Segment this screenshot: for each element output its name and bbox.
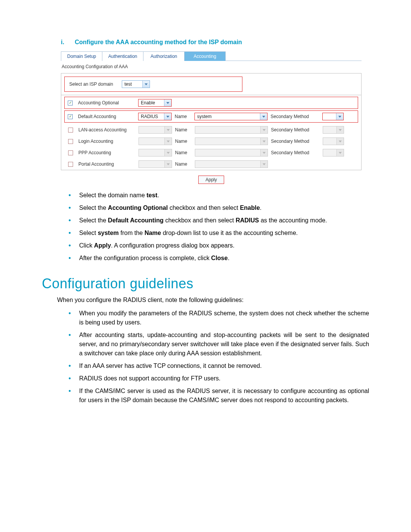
step-text: Configure the AAA accounting method for …	[75, 39, 242, 45]
list-item: After accounting starts, update-accounti…	[68, 331, 369, 358]
chevron-down-icon	[164, 113, 171, 120]
step-heading: i. Configure the AAA accounting method f…	[61, 39, 369, 46]
svg-marker-12	[263, 152, 266, 154]
aaa-panel: Select an ISP domain test ✓Accounting Op…	[61, 73, 362, 170]
svg-marker-15	[263, 163, 266, 165]
isp-domain-select[interactable]: test	[122, 80, 150, 88]
name-select	[195, 160, 268, 168]
row-label: Login Accounting	[78, 139, 135, 144]
svg-marker-3	[262, 116, 265, 118]
secondary-method-select	[323, 149, 344, 157]
chevron-down-icon	[336, 138, 344, 145]
method-select[interactable]: RADIUS	[138, 113, 172, 120]
accounting-row: ✓Default AccountingRADIUSNamesystemSecon…	[64, 110, 358, 123]
row-label: Portal Accounting	[78, 161, 135, 167]
secondary-method-label: Secondary Method	[271, 150, 320, 155]
secondary-method-select	[323, 137, 344, 145]
list-item: Select the domain name test.	[68, 191, 369, 200]
name-select	[195, 126, 268, 134]
svg-marker-5	[167, 129, 170, 131]
method-select	[139, 126, 172, 134]
isp-domain-value: test	[122, 81, 142, 87]
secondary-method-select	[323, 126, 344, 134]
row-checkbox[interactable]: ✓	[68, 114, 73, 119]
row-checkbox[interactable]	[68, 139, 73, 144]
row-checkbox[interactable]	[68, 128, 73, 133]
chevron-down-icon	[260, 113, 267, 120]
row-label: LAN-access Accounting	[78, 127, 135, 133]
method-select[interactable]: Enable	[138, 99, 172, 107]
svg-marker-11	[167, 152, 170, 154]
secondary-method-select[interactable]	[322, 113, 344, 120]
chevron-down-icon	[164, 149, 172, 156]
list-item: If an AAA server has active TCP connecti…	[68, 361, 369, 371]
isp-domain-label: Select an ISP domain	[69, 81, 119, 87]
name-value: system	[195, 114, 260, 119]
chevron-down-icon	[260, 149, 268, 156]
chevron-down-icon	[164, 138, 172, 145]
name-select	[195, 149, 268, 157]
svg-marker-4	[338, 116, 341, 118]
list-item: If the CAMS/iMC server is used as the RA…	[68, 387, 369, 405]
chevron-down-icon	[164, 161, 172, 168]
apply-button[interactable]: Apply	[198, 176, 224, 184]
secondary-method-label: Secondary Method	[271, 127, 320, 133]
row-checkbox[interactable]: ✓	[68, 101, 73, 105]
chevron-down-icon	[336, 149, 344, 156]
name-label: Name	[175, 161, 192, 167]
list-item: When you modify the parameters of the RA…	[68, 309, 369, 327]
row-label: Default Accounting	[78, 114, 135, 119]
list-item: Select the Default Accounting checkbox a…	[68, 216, 369, 225]
chevron-down-icon	[336, 126, 344, 133]
method-select	[139, 149, 172, 157]
chevron-down-icon	[142, 81, 150, 88]
accounting-row: ✓Accounting OptionalEnable	[64, 97, 358, 109]
svg-marker-2	[166, 116, 169, 118]
list-item: Click Apply. A configuration progress di…	[68, 241, 369, 250]
list-item: Select the Accounting Optional checkbox …	[68, 203, 369, 212]
svg-marker-7	[339, 129, 342, 131]
tab-accounting[interactable]: Accounting	[184, 51, 226, 61]
tab-domain-setup[interactable]: Domain Setup	[61, 51, 102, 61]
method-value: RADIUS	[139, 114, 164, 119]
name-label: Name	[175, 150, 192, 155]
method-select	[139, 137, 172, 145]
method-select	[139, 160, 172, 168]
chevron-down-icon	[260, 126, 268, 133]
chevron-down-icon	[164, 126, 172, 133]
secondary-method-label: Secondary Method	[271, 114, 319, 119]
tab-authorization[interactable]: Authorization	[143, 51, 185, 61]
chevron-down-icon	[260, 161, 268, 168]
method-value: Enable	[139, 100, 164, 105]
row-label: Accounting Optional	[78, 100, 135, 105]
section-intro: When you configure the RADIUS client, no…	[57, 296, 369, 304]
section-title: Configuration guidelines	[42, 276, 369, 292]
name-label: Name	[175, 114, 191, 119]
chevron-down-icon	[260, 138, 268, 145]
secondary-method-label: Secondary Method	[271, 139, 320, 144]
svg-marker-0	[145, 83, 148, 85]
tab-strip: Domain SetupAuthenticationAuthorizationA…	[61, 51, 362, 61]
list-item: Select system from the Name drop-down li…	[68, 228, 369, 238]
accounting-row: PPP AccountingNameSecondary Method	[61, 147, 361, 158]
svg-marker-10	[339, 141, 342, 142]
list-item: RADIUS does not support accounting for F…	[68, 374, 369, 383]
svg-marker-8	[167, 141, 170, 142]
row-checkbox[interactable]	[68, 150, 73, 155]
chevron-down-icon	[164, 99, 171, 106]
name-select[interactable]: system	[194, 113, 268, 120]
accounting-row: Portal AccountingName	[61, 158, 361, 170]
guideline-list: When you modify the parameters of the RA…	[68, 309, 369, 405]
name-label: Name	[175, 127, 192, 133]
step-instructions: Select the domain name test.Select the A…	[68, 191, 369, 263]
panel-subtitle: Accounting Configuration of AAA	[62, 64, 361, 69]
svg-marker-6	[263, 129, 266, 131]
tab-authentication[interactable]: Authentication	[102, 51, 143, 61]
svg-marker-14	[167, 163, 170, 165]
aaa-accounting-ui: Domain SetupAuthenticationAuthorizationA…	[61, 51, 362, 184]
name-label: Name	[175, 139, 192, 144]
row-checkbox[interactable]	[68, 162, 73, 167]
row-label: PPP Accounting	[78, 150, 135, 155]
svg-marker-9	[263, 141, 266, 142]
chevron-down-icon	[336, 113, 343, 120]
